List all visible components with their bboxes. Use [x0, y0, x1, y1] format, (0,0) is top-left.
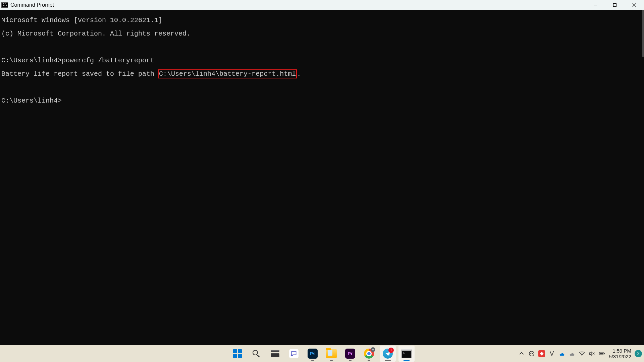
photoshop-taskbar-item[interactable]: Ps	[305, 346, 321, 362]
terminal-prompt-1: C:\Users\linh4>powercfg /batteryreport	[1, 57, 643, 64]
response-suffix: .	[297, 70, 301, 78]
telegram-badge: 1	[388, 348, 394, 353]
response-prefix: Battery life report saved to file path	[1, 70, 158, 78]
windows-logo-icon	[233, 349, 242, 358]
maximize-button[interactable]	[605, 0, 625, 10]
cmd-taskbar-item[interactable]	[398, 346, 415, 362]
wifi-icon[interactable]	[579, 350, 585, 357]
window-title: Command Prompt	[10, 2, 54, 8]
photoshop-icon: Ps	[308, 349, 318, 359]
onedrive-personal-icon[interactable]	[569, 350, 575, 357]
chrome-taskbar-item[interactable]	[361, 346, 377, 362]
start-button[interactable]	[229, 346, 246, 362]
premiere-icon: Pr	[345, 349, 355, 359]
minimize-button[interactable]	[586, 0, 605, 10]
taskbar-center: Ps Pr 1	[229, 345, 415, 362]
onedrive-icon[interactable]	[558, 350, 565, 357]
file-explorer-icon	[326, 349, 337, 358]
terminal-scrollbar[interactable]	[642, 10, 644, 57]
terminal-response: Battery life report saved to file path C…	[1, 71, 643, 77]
tray-v-app-icon[interactable]: V	[548, 350, 555, 357]
tray-red-app-icon[interactable]	[538, 350, 545, 357]
telegram-icon: 1	[383, 349, 393, 359]
close-button[interactable]	[625, 0, 644, 10]
svg-rect-12	[604, 353, 605, 354]
search-icon	[252, 349, 261, 358]
prompt-path-2: C:\Users\linh4>	[1, 97, 62, 105]
terminal-output[interactable]: Microsoft Windows [Version 10.0.22621.1]…	[0, 10, 644, 345]
cmd-titlebar-icon: C:\	[1, 2, 8, 8]
red-square-icon	[538, 350, 545, 357]
clock-time: 1:59 PM	[609, 348, 631, 354]
svg-rect-11	[600, 353, 604, 354]
window-controls	[586, 0, 644, 10]
chrome-icon	[364, 349, 374, 359]
file-explorer-taskbar-item[interactable]	[323, 346, 339, 362]
system-tray: V 1:59 PM 5/31/2022 2	[518, 345, 642, 362]
svg-point-6	[529, 351, 534, 356]
terminal-line-version: Microsoft Windows [Version 10.0.22621.1]	[1, 17, 643, 24]
clock-date: 5/31/2022	[609, 354, 631, 359]
svg-point-5	[291, 354, 292, 356]
terminal-line-copyright: (c) Microsoft Corporation. All rights re…	[1, 31, 643, 37]
tray-overflow-button[interactable]	[518, 350, 525, 357]
highlighted-file-path: C:\Users\linh4\battery-report.html	[158, 69, 297, 78]
chat-button[interactable]	[286, 346, 302, 362]
search-button[interactable]	[248, 346, 264, 362]
terminal-blank-1	[1, 44, 643, 51]
task-view-icon	[271, 350, 279, 357]
taskbar: Ps Pr 1	[0, 345, 644, 362]
notifications-button[interactable]: 2	[635, 350, 642, 357]
premiere-taskbar-item[interactable]: Pr	[342, 346, 358, 362]
telegram-taskbar-item[interactable]: 1	[380, 346, 396, 362]
svg-point-7	[582, 355, 582, 356]
terminal-prompt-2: C:\Users\linh4>	[1, 98, 643, 104]
cmd-icon	[401, 349, 412, 358]
task-view-button[interactable]	[267, 346, 283, 362]
terminal-blank-2	[1, 84, 643, 91]
battery-icon[interactable]	[599, 350, 605, 357]
prompt-path: C:\Users\linh4>	[1, 57, 62, 64]
titlebar: C:\ Command Prompt	[0, 0, 644, 10]
creative-cloud-icon[interactable]	[528, 350, 535, 357]
prompt-command: powercfg /batteryreport	[62, 57, 154, 64]
volume-muted-icon[interactable]	[589, 350, 595, 357]
taskbar-clock[interactable]: 1:59 PM 5/31/2022	[609, 348, 631, 359]
chat-icon	[289, 349, 299, 358]
